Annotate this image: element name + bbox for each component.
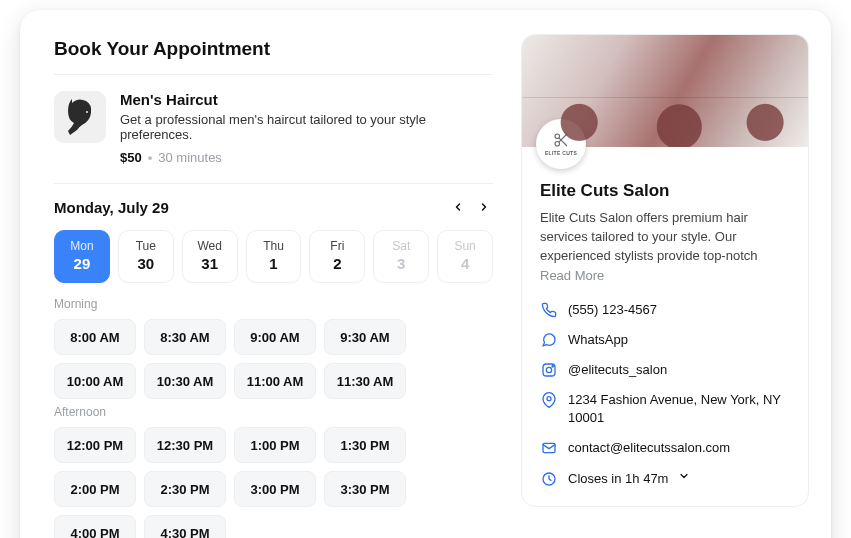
business-logo: ELITE CUTS (536, 119, 586, 169)
time-slot[interactable]: 1:00 PM (234, 427, 316, 463)
time-slot[interactable]: 9:30 AM (324, 319, 406, 355)
day-picker: Mon29Tue30Wed31Thu1Fri2Sat3Sun4 (54, 230, 493, 283)
hours-row[interactable]: Closes in 1h 47m (540, 470, 790, 488)
svg-point-7 (546, 367, 551, 372)
day-option[interactable]: Fri2 (309, 230, 365, 283)
time-slot[interactable]: 11:00 AM (234, 363, 316, 399)
address-value: 1234 Fashion Avenue, New York, NY 10001 (568, 391, 790, 427)
day-of-week: Wed (183, 239, 237, 253)
chevron-right-icon (478, 201, 490, 213)
day-of-week: Mon (55, 239, 109, 253)
time-slot[interactable]: 10:30 AM (144, 363, 226, 399)
time-slot[interactable]: 2:30 PM (144, 471, 226, 507)
booking-left-panel: Book Your Appointment Men's Haircut Get … (20, 10, 521, 538)
map-pin-icon (540, 391, 558, 409)
day-option: Sun4 (437, 230, 493, 283)
service-meta: $50 • 30 minutes (120, 150, 493, 165)
day-number: 2 (310, 255, 364, 272)
day-of-week: Tue (119, 239, 173, 253)
service-name: Men's Haircut (120, 91, 493, 108)
svg-point-1 (86, 111, 88, 113)
date-header: Monday, July 29 (54, 198, 493, 216)
day-number: 30 (119, 255, 173, 272)
afternoon-label: Afternoon (54, 405, 493, 419)
business-panel: ELITE CUTS Elite Cuts Salon Elite Cuts S… (521, 10, 831, 538)
business-name: Elite Cuts Salon (540, 181, 790, 201)
time-slot[interactable]: 4:00 PM (54, 515, 136, 538)
meta-separator: • (148, 150, 153, 165)
contact-list: (555) 123-4567 WhatsApp @elitecuts_salon (540, 301, 790, 488)
day-number: 3 (374, 255, 428, 272)
svg-point-9 (547, 397, 551, 401)
service-summary: Men's Haircut Get a professional men's h… (54, 91, 493, 165)
day-number: 4 (438, 255, 492, 272)
day-of-week: Thu (247, 239, 301, 253)
time-slot[interactable]: 3:30 PM (324, 471, 406, 507)
business-body: Elite Cuts Salon Elite Cuts Salon offers… (522, 147, 808, 506)
cover-image: ELITE CUTS (522, 35, 808, 147)
time-slot[interactable]: 10:00 AM (54, 363, 136, 399)
svg-line-5 (559, 134, 567, 142)
day-of-week: Sat (374, 239, 428, 253)
phone-icon (540, 301, 558, 319)
instagram-icon (540, 361, 558, 379)
email-row[interactable]: contact@elitecutssalon.com (540, 439, 790, 457)
day-number: 29 (55, 255, 109, 272)
day-option[interactable]: Wed31 (182, 230, 238, 283)
day-number: 31 (183, 255, 237, 272)
hours-value: Closes in 1h 47m (568, 470, 668, 488)
time-slot[interactable]: 2:00 PM (54, 471, 136, 507)
time-slot[interactable]: 3:00 PM (234, 471, 316, 507)
afternoon-slots: 12:00 PM12:30 PM1:00 PM1:30 PM2:00 PM2:3… (54, 427, 493, 538)
time-slot[interactable]: 12:00 PM (54, 427, 136, 463)
day-of-week: Sun (438, 239, 492, 253)
service-description: Get a professional men's haircut tailore… (120, 112, 493, 142)
email-value: contact@elitecutssalon.com (568, 439, 730, 457)
morning-slots: 8:00 AM8:30 AM9:00 AM9:30 AM10:00 AM10:3… (54, 319, 493, 399)
phone-value: (555) 123-4567 (568, 301, 657, 319)
selected-date-label: Monday, July 29 (54, 199, 169, 216)
day-of-week: Fri (310, 239, 364, 253)
time-slot[interactable]: 4:30 PM (144, 515, 226, 538)
time-slot[interactable]: 12:30 PM (144, 427, 226, 463)
booking-card: Book Your Appointment Men's Haircut Get … (20, 10, 831, 538)
day-option[interactable]: Mon29 (54, 230, 110, 283)
whatsapp-value: WhatsApp (568, 331, 628, 349)
service-price: $50 (120, 150, 142, 165)
instagram-row[interactable]: @elitecuts_salon (540, 361, 790, 379)
time-slot[interactable]: 8:00 AM (54, 319, 136, 355)
time-slot[interactable]: 11:30 AM (324, 363, 406, 399)
phone-row[interactable]: (555) 123-4567 (540, 301, 790, 319)
scissors-icon (552, 131, 570, 149)
divider (54, 74, 493, 75)
chevron-down-icon (678, 470, 690, 482)
svg-point-2 (555, 134, 560, 139)
day-option: Sat3 (373, 230, 429, 283)
service-image (54, 91, 106, 143)
svg-point-3 (555, 142, 560, 147)
read-more-link[interactable]: Read More (540, 268, 790, 283)
svg-point-8 (552, 366, 553, 367)
chevron-left-icon (452, 201, 464, 213)
day-option[interactable]: Tue30 (118, 230, 174, 283)
business-card: ELITE CUTS Elite Cuts Salon Elite Cuts S… (521, 34, 809, 507)
divider (54, 183, 493, 184)
time-slot[interactable]: 8:30 AM (144, 319, 226, 355)
day-option[interactable]: Thu1 (246, 230, 302, 283)
business-description: Elite Cuts Salon offers premium hair ser… (540, 209, 790, 266)
morning-label: Morning (54, 297, 493, 311)
instagram-value: @elitecuts_salon (568, 361, 667, 379)
logo-text: ELITE CUTS (545, 151, 577, 157)
clock-icon (540, 470, 558, 488)
day-number: 1 (247, 255, 301, 272)
service-info: Men's Haircut Get a professional men's h… (120, 91, 493, 165)
whatsapp-row[interactable]: WhatsApp (540, 331, 790, 349)
prev-week-button[interactable] (449, 198, 467, 216)
service-duration: 30 minutes (158, 150, 222, 165)
next-week-button[interactable] (475, 198, 493, 216)
time-slot[interactable]: 9:00 AM (234, 319, 316, 355)
whatsapp-icon (540, 331, 558, 349)
address-row[interactable]: 1234 Fashion Avenue, New York, NY 10001 (540, 391, 790, 427)
time-slot[interactable]: 1:30 PM (324, 427, 406, 463)
page-title: Book Your Appointment (54, 38, 493, 60)
